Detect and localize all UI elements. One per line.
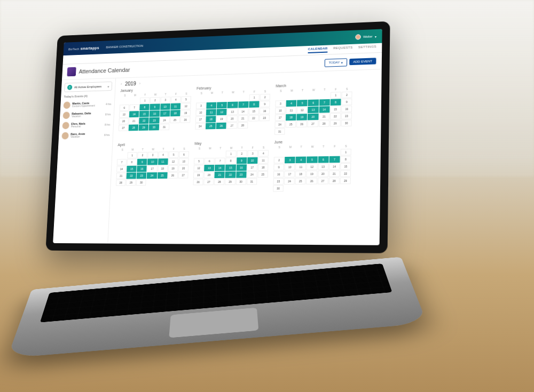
calendar-day[interactable]: 20 bbox=[227, 115, 237, 122]
calendar-day[interactable]: 9 bbox=[341, 99, 352, 106]
calendar-day[interactable]: 12 bbox=[297, 107, 308, 114]
calendar-day[interactable]: 26 bbox=[193, 179, 203, 185]
calendar-day[interactable]: 10 bbox=[195, 109, 206, 116]
calendar-day[interactable]: 19 bbox=[307, 171, 317, 178]
calendar-day[interactable]: 22 bbox=[139, 117, 149, 124]
calendar-day[interactable]: 30 bbox=[341, 119, 352, 126]
calendar-day[interactable]: 17 bbox=[160, 110, 170, 117]
calendar-day[interactable]: 20 bbox=[119, 118, 129, 124]
calendar-day[interactable]: 25 bbox=[286, 121, 296, 128]
calendar-day[interactable]: 3 bbox=[285, 157, 295, 163]
calendar-day[interactable]: 6 bbox=[227, 102, 238, 108]
calendar-day[interactable]: 17 bbox=[284, 171, 295, 177]
calendar-day[interactable]: 14 bbox=[116, 166, 127, 172]
today-button[interactable]: TODAY▾ bbox=[324, 58, 347, 67]
calendar-day[interactable]: 4 bbox=[206, 102, 216, 109]
calendar-day[interactable]: 17 bbox=[147, 165, 158, 172]
next-year-button[interactable]: › bbox=[139, 81, 140, 86]
calendar-day[interactable]: 23 bbox=[236, 171, 247, 178]
calendar-day[interactable]: 17 bbox=[247, 164, 257, 171]
calendar-day[interactable]: 7 bbox=[329, 156, 340, 163]
calendar-day[interactable]: 10 bbox=[275, 107, 286, 114]
calendar-day[interactable]: 8 bbox=[330, 99, 341, 106]
calendar-day[interactable]: 28 bbox=[214, 179, 224, 185]
event-item[interactable]: Martin, CasteDoctors Appointment4 hrs bbox=[63, 99, 111, 110]
calendar-day[interactable]: 4 bbox=[286, 100, 297, 107]
calendar-day[interactable]: 7 bbox=[238, 101, 248, 108]
calendar-day[interactable]: 25 bbox=[257, 171, 268, 178]
calendar-day[interactable]: 30 bbox=[235, 178, 246, 185]
calendar-day[interactable]: 6 bbox=[205, 158, 215, 164]
calendar-day[interactable]: 27 bbox=[203, 179, 214, 185]
calendar-day[interactable]: 24 bbox=[274, 121, 285, 127]
calendar-day[interactable]: 12 bbox=[193, 165, 203, 171]
calendar-day[interactable]: 17 bbox=[195, 116, 206, 123]
calendar-day[interactable]: 25 bbox=[206, 123, 216, 129]
calendar-day[interactable]: 23 bbox=[150, 117, 160, 124]
calendar-day[interactable]: 28 bbox=[116, 179, 126, 186]
calendar-day[interactable]: 31 bbox=[247, 178, 257, 185]
calendar-day[interactable]: 9 bbox=[150, 103, 160, 110]
calendar-day[interactable]: 10 bbox=[147, 158, 158, 165]
calendar-day[interactable]: 2 bbox=[260, 94, 270, 100]
calendar-day[interactable]: 27 bbox=[317, 178, 328, 185]
calendar-day[interactable]: 21 bbox=[319, 113, 329, 120]
calendar-day[interactable]: 5 bbox=[217, 102, 227, 108]
calendar-day[interactable]: 23 bbox=[259, 115, 270, 121]
calendar-day[interactable]: 13 bbox=[178, 158, 189, 165]
calendar-day[interactable]: 4 bbox=[296, 156, 307, 163]
calendar-day[interactable]: 1 bbox=[140, 97, 150, 103]
calendar-day[interactable]: 13 bbox=[119, 111, 129, 118]
calendar-day[interactable]: 29 bbox=[225, 179, 235, 185]
calendar-day[interactable]: 25 bbox=[295, 178, 306, 184]
calendar-day[interactable]: 12 bbox=[168, 158, 178, 165]
calendar-day[interactable]: 18 bbox=[286, 114, 296, 121]
calendar-day[interactable]: 1 bbox=[226, 150, 236, 157]
calendar-day[interactable]: 18 bbox=[258, 164, 269, 171]
calendar-day[interactable]: 14 bbox=[319, 106, 329, 113]
calendar-day[interactable]: 8 bbox=[226, 157, 236, 164]
calendar-day[interactable]: 30 bbox=[149, 124, 159, 130]
calendar-day[interactable]: 20 bbox=[204, 172, 214, 178]
calendar-day[interactable]: 3 bbox=[196, 102, 206, 109]
calendar-day[interactable]: 18 bbox=[158, 165, 168, 172]
calendar-day[interactable]: 18 bbox=[170, 110, 180, 116]
event-item[interactable]: Ehrn, NielsPersonal8 hrs bbox=[62, 119, 111, 131]
calendar-day[interactable]: 14 bbox=[238, 108, 248, 115]
calendar-day[interactable]: 9 bbox=[260, 101, 270, 107]
calendar-day[interactable]: 6 bbox=[308, 99, 319, 106]
calendar-day[interactable]: 1 bbox=[341, 149, 351, 156]
calendar-day[interactable]: 5 bbox=[297, 100, 308, 107]
calendar-day[interactable]: 16 bbox=[273, 171, 284, 178]
tab-settings[interactable]: SETTINGS bbox=[358, 45, 376, 51]
calendar-day[interactable]: 13 bbox=[318, 163, 328, 170]
calendar-day[interactable]: 21 bbox=[116, 173, 127, 179]
calendar-day[interactable]: 29 bbox=[340, 178, 351, 185]
calendar-day[interactable]: 15 bbox=[139, 111, 150, 117]
calendar-day[interactable]: 12 bbox=[217, 109, 227, 115]
calendar-day[interactable]: 24 bbox=[247, 171, 257, 178]
calendar-day[interactable]: 11 bbox=[170, 103, 180, 109]
calendar-day[interactable]: 6 bbox=[179, 151, 189, 158]
calendar-day[interactable]: 1 bbox=[127, 152, 137, 158]
calendar-day[interactable]: 14 bbox=[329, 163, 340, 170]
calendar-day[interactable]: 8 bbox=[140, 104, 150, 110]
calendar-day[interactable]: 5 bbox=[168, 151, 178, 158]
calendar-day[interactable]: 8 bbox=[340, 156, 351, 163]
calendar-day[interactable]: 3 bbox=[275, 100, 286, 107]
calendar-day[interactable]: 12 bbox=[307, 164, 317, 171]
calendar-day[interactable]: 19 bbox=[180, 110, 191, 116]
calendar-day[interactable]: 27 bbox=[119, 125, 129, 131]
calendar-day[interactable]: 30 bbox=[273, 185, 284, 191]
calendar-day[interactable]: 2 bbox=[274, 157, 285, 163]
calendar-day[interactable]: 19 bbox=[168, 165, 178, 172]
calendar-day[interactable]: 8 bbox=[127, 159, 137, 165]
calendar-day[interactable]: 22 bbox=[248, 115, 259, 121]
calendar-day[interactable]: 18 bbox=[206, 116, 216, 122]
calendar-day[interactable]: 20 bbox=[318, 171, 328, 178]
calendar-day[interactable]: 29 bbox=[126, 179, 136, 186]
calendar-day[interactable]: 15 bbox=[340, 163, 351, 170]
calendar-day[interactable]: 22 bbox=[330, 113, 341, 120]
calendar-day[interactable]: 29 bbox=[139, 124, 149, 131]
calendar-day[interactable]: 5 bbox=[194, 158, 204, 164]
